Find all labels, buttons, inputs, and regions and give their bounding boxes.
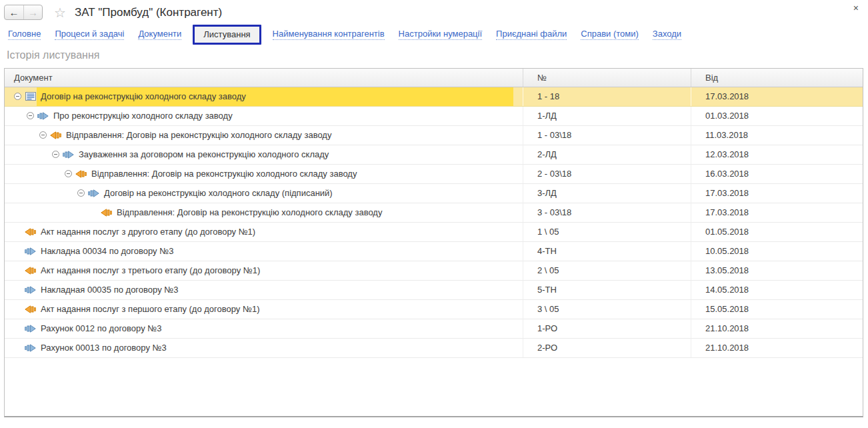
column-header-number[interactable]: № [523, 69, 691, 87]
table-row[interactable]: Про реконструкцію холодного складу завод… [5, 107, 863, 126]
collapse-node-icon[interactable] [63, 170, 73, 177]
page-title: ЗАТ "Промбуд" (Контрагент) [75, 6, 222, 19]
collapse-node-icon[interactable] [25, 112, 35, 119]
document-number: 1-РО [523, 319, 691, 338]
table-body: Договір на реконструкцію холодного склад… [5, 87, 863, 416]
collapse-node-icon[interactable] [13, 93, 23, 100]
section-title: Історія листування [7, 49, 868, 61]
incoming-icon [24, 344, 37, 352]
tree-indent [5, 173, 63, 174]
table-row[interactable]: Договір на реконструкцію холодного склад… [5, 184, 863, 203]
tree-indent [5, 193, 76, 193]
incoming-icon [24, 286, 37, 294]
table-row[interactable]: Накладна 00034 по договору №34-ТН10.05.2… [5, 242, 863, 261]
column-header-document[interactable]: Документ [5, 69, 523, 87]
document-cell: Зауваження за договором на реконструкцію… [5, 145, 523, 164]
collapse-node-icon[interactable] [38, 131, 48, 139]
collapse-node-icon[interactable] [51, 151, 61, 158]
minus-circle-icon [65, 170, 72, 177]
document-date: 15.05.2018 [691, 300, 863, 319]
document-date: 17.03.2018 [691, 87, 863, 106]
document-title: Про реконструкцію холодного складу завод… [49, 107, 238, 125]
forward-button[interactable]: → [23, 5, 42, 19]
document-number: 1 \ 05 [523, 223, 691, 241]
tree-indent [5, 115, 25, 116]
document-title: Відправлення: Договір на реконструкцію х… [87, 165, 362, 183]
nav-tab-9[interactable]: Заходи [653, 29, 681, 40]
document-date: 21.10.2018 [691, 339, 863, 357]
table-row[interactable]: Накладная 00035 по договору №35-ТН14.05.… [5, 281, 863, 300]
document-cell: Договір на реконструкцію холодного склад… [5, 87, 523, 106]
document-cell: Договір на реконструкцію холодного склад… [5, 184, 523, 203]
document-date: 12.03.2018 [691, 145, 863, 164]
document-title: Договір на реконструкцію холодного склад… [37, 87, 513, 106]
nav-tab-7[interactable]: Приєднані файли [496, 29, 567, 40]
table-row[interactable]: Рахунок 0012 по договору №31-РО21.10.201… [5, 319, 863, 339]
document-cell: Відправлення: Договір на реконструкцію х… [5, 165, 523, 183]
document-number: 1-ЛД [523, 107, 691, 125]
nav-tab-2[interactable]: Процеси й задачі [55, 29, 124, 40]
table-row[interactable]: Відправлення: Договір на реконструкцію х… [5, 203, 863, 223]
incoming-icon [24, 325, 37, 333]
document-number: 2 \ 05 [523, 261, 691, 280]
document-number: 1 - 03\18 [523, 126, 691, 145]
document-number: 4-ТН [523, 242, 691, 261]
table-row[interactable]: Акт надання послуг з другого етапу (до д… [5, 223, 863, 242]
document-date: 10.05.2018 [691, 242, 863, 261]
nav-tab-6[interactable]: Настройки нумерації [399, 29, 482, 40]
document-date: 01.05.2018 [691, 223, 863, 241]
document-title: Зауваження за договором на реконструкцію… [75, 145, 334, 164]
document-date: 14.05.2018 [691, 281, 863, 299]
table-row[interactable]: Договір на реконструкцію холодного склад… [5, 87, 863, 107]
table-row[interactable]: Відправлення: Договір на реконструкцію х… [5, 126, 863, 145]
incoming-icon [37, 112, 49, 120]
tree-indent [5, 309, 13, 309]
nav-tab-3[interactable]: Документи [138, 29, 181, 40]
document-cell: Накладна 00034 по договору №3 [5, 242, 523, 261]
outgoing-icon [75, 170, 87, 178]
collapse-node-icon[interactable] [76, 189, 86, 197]
table-row[interactable]: Рахунок 00013 по договору №32-РО21.10.20… [5, 339, 863, 358]
outgoing-icon [24, 305, 37, 313]
nav-tab-8[interactable]: Справи (томи) [581, 29, 639, 40]
document-date: 17.03.2018 [691, 203, 863, 222]
document-number: 5-ТН [523, 281, 691, 299]
document-title: Договір на реконструкцію холодного склад… [100, 184, 338, 203]
tree-indent [5, 328, 13, 329]
close-icon[interactable]: × [853, 3, 859, 13]
window-titlebar: ← → ☆ ЗАТ "Промбуд" (Контрагент) × [0, 0, 868, 21]
tree-indent [5, 231, 13, 232]
column-header-date[interactable]: Від [691, 69, 863, 87]
document-date: 13.05.2018 [691, 261, 863, 280]
nav-tab-1[interactable]: Головне [8, 29, 41, 40]
tree-indent [5, 347, 13, 348]
table-row[interactable]: Акт надання послуг з третього етапу (до … [5, 261, 863, 281]
document-title: Акт надання послуг з першого етапу (до д… [37, 300, 265, 319]
incoming-icon [24, 247, 37, 255]
nav-tab-5[interactable]: Найменування контрагентів [273, 29, 385, 40]
document-title: Накладная 00035 по договору №3 [37, 281, 183, 299]
nav-tab-4[interactable]: Листування [193, 25, 261, 45]
document-date: 11.03.2018 [691, 126, 863, 145]
document-date: 01.03.2018 [691, 107, 863, 125]
table-row[interactable]: Зауваження за договором на реконструкцію… [5, 145, 863, 165]
document-title: Рахунок 0012 по договору №3 [37, 319, 167, 338]
tree-indent [5, 289, 13, 290]
table-row[interactable]: Акт надання послуг з першого етапу (до д… [5, 300, 863, 319]
document-title: Акт надання послуг з другого етапу (до д… [37, 223, 261, 241]
document-number: 3 \ 05 [523, 300, 691, 319]
table-row[interactable]: Відправлення: Договір на реконструкцію х… [5, 165, 863, 184]
document-cell: Рахунок 00013 по договору №3 [5, 339, 523, 357]
tree-indent [5, 251, 13, 251]
tree-indent [5, 96, 13, 97]
incoming-icon [62, 151, 75, 159]
back-button[interactable]: ← [5, 5, 23, 19]
document-cell: Акт надання послуг з першого етапу (до д… [5, 300, 523, 319]
minus-circle-icon [27, 112, 34, 119]
minus-circle-icon [52, 151, 59, 158]
history-buttons: ← → [4, 5, 43, 20]
outgoing-icon [49, 131, 62, 139]
document-date: 17.03.2018 [691, 184, 863, 203]
favorite-star-icon[interactable]: ☆ [54, 6, 66, 19]
outgoing-icon [24, 267, 37, 275]
